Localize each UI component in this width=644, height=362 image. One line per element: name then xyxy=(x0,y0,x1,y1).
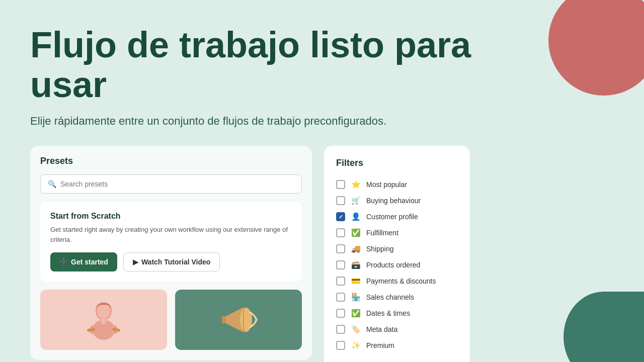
search-box[interactable]: 🔍 xyxy=(40,174,302,194)
hero-subtitle: Elije rápidamente entre un conjunto de f… xyxy=(30,115,614,128)
filter-item-sales-channels[interactable]: 🏪Sales channels xyxy=(336,289,458,305)
filter-item-buying-behaviour[interactable]: 🛒Buying behaviour xyxy=(336,193,458,209)
filter-checkbox-buying-behaviour[interactable] xyxy=(336,196,345,205)
filter-icon-products-ordered: 🗃️ xyxy=(350,259,361,270)
filter-item-products-ordered[interactable]: 🗃️Products ordered xyxy=(336,257,458,273)
filter-checkbox-fulfillment[interactable] xyxy=(336,228,345,237)
filter-label-dates-times: Dates & times xyxy=(366,309,410,317)
filter-checkbox-products-ordered[interactable] xyxy=(336,260,345,269)
scratch-title: Start from Scratch xyxy=(50,212,292,221)
filter-item-premium[interactable]: ✨Premium xyxy=(336,337,458,353)
presets-panel: Presets 🔍 Start from Scratch Get started… xyxy=(30,146,312,360)
filter-icon-sales-channels: 🏪 xyxy=(350,292,361,303)
filter-label-premium: Premium xyxy=(366,341,394,349)
filter-icon-payments-discounts: 💳 xyxy=(350,276,361,287)
filter-checkbox-dates-times[interactable] xyxy=(336,309,345,318)
filter-label-customer-profile: Customer profile xyxy=(366,213,418,221)
watch-video-button[interactable]: ▶ Watch Tutorial Video xyxy=(123,252,220,272)
person-3d-icon xyxy=(81,297,126,342)
filter-label-meta-data: Meta data xyxy=(366,325,397,333)
search-icon: 🔍 xyxy=(48,180,56,188)
filter-checkbox-customer-profile[interactable] xyxy=(336,212,345,221)
filter-icon-meta-data: 🏷️ xyxy=(350,324,361,335)
filter-item-most-popular[interactable]: ⭐Most popular xyxy=(336,176,458,193)
filter-checkbox-meta-data[interactable] xyxy=(336,325,345,334)
get-started-button[interactable]: ➕ Get started xyxy=(50,252,117,272)
filters-panel: Filters ⭐Most popular🛒Buying behaviour👤C… xyxy=(324,146,470,362)
search-input[interactable] xyxy=(60,180,294,188)
scratch-desc: Get started right away by creating your … xyxy=(50,225,292,244)
watch-video-label: Watch Tutorial Video xyxy=(141,258,210,266)
filter-checkbox-payments-discounts[interactable] xyxy=(336,277,345,286)
filter-item-meta-data[interactable]: 🏷️Meta data xyxy=(336,321,458,337)
filter-icon-buying-behaviour: 🛒 xyxy=(350,195,361,206)
plus-icon: ➕ xyxy=(59,258,68,266)
filter-label-fulfillment: Fulfillment xyxy=(366,229,398,237)
megaphone-3d-icon xyxy=(216,297,261,342)
filter-label-payments-discounts: Payments & discounts xyxy=(366,277,436,285)
presets-panel-title: Presets xyxy=(40,156,302,166)
filter-icon-fulfillment: ✅ xyxy=(350,227,361,238)
cards-row xyxy=(40,290,302,350)
filter-label-sales-channels: Sales channels xyxy=(366,293,414,301)
main-area: Presets 🔍 Start from Scratch Get started… xyxy=(30,146,614,362)
filter-item-dates-times[interactable]: ✅Dates & times xyxy=(336,305,458,321)
filter-icon-shipping: 🚚 xyxy=(350,243,361,254)
svg-rect-5 xyxy=(101,318,106,324)
hero-title: Flujo de trabajo listo para usar xyxy=(30,25,483,105)
scratch-card: Start from Scratch Get started right awa… xyxy=(40,202,302,282)
filter-item-fulfillment[interactable]: ✅Fulfillment xyxy=(336,225,458,241)
filter-icon-most-popular: ⭐ xyxy=(350,179,361,190)
filter-item-customer-profile[interactable]: 👤Customer profile xyxy=(336,209,458,225)
scratch-buttons: ➕ Get started ▶ Watch Tutorial Video xyxy=(50,252,292,272)
filter-item-payments-discounts[interactable]: 💳Payments & discounts xyxy=(336,273,458,289)
filter-label-shipping: Shipping xyxy=(366,245,394,253)
filter-label-most-popular: Most popular xyxy=(366,180,407,189)
filter-icon-customer-profile: 👤 xyxy=(350,211,361,222)
filter-icon-premium: ✨ xyxy=(350,340,361,351)
filter-label-products-ordered: Products ordered xyxy=(366,261,420,269)
filter-checkbox-most-popular[interactable] xyxy=(336,180,345,189)
filter-icon-dates-times: ✅ xyxy=(350,308,361,319)
svg-point-6 xyxy=(240,308,252,332)
filter-label-buying-behaviour: Buying behaviour xyxy=(366,197,421,205)
filter-checkbox-shipping[interactable] xyxy=(336,244,345,253)
filter-checkbox-premium[interactable] xyxy=(336,341,345,350)
filters-title: Filters xyxy=(336,158,458,168)
card-pink[interactable] xyxy=(40,290,167,350)
card-green[interactable] xyxy=(175,290,302,350)
svg-point-1 xyxy=(97,304,110,319)
filter-item-shipping[interactable]: 🚚Shipping xyxy=(336,241,458,257)
get-started-label: Get started xyxy=(71,258,108,266)
filters-list: ⭐Most popular🛒Buying behaviour👤Customer … xyxy=(336,176,458,353)
filter-checkbox-sales-channels[interactable] xyxy=(336,293,345,302)
play-icon: ▶ xyxy=(133,258,138,266)
